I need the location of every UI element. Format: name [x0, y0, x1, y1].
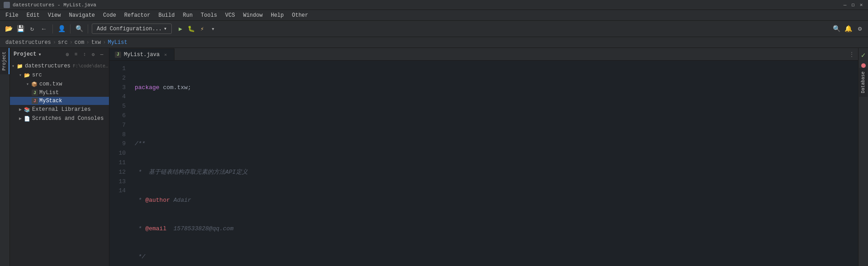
folder-icon-datestructures: 📁	[16, 62, 24, 70]
project-tab[interactable]: Project	[0, 48, 9, 74]
menu-view[interactable]: View	[44, 11, 65, 19]
menu-window[interactable]: Window	[240, 11, 266, 19]
breadcrumb-com[interactable]: com	[75, 39, 85, 46]
toolbar-search-btn[interactable]: 🔍	[74, 24, 84, 34]
tree-item-mystack[interactable]: J MyStack	[10, 97, 109, 105]
menu-navigate[interactable]: Navigate	[65, 11, 99, 19]
menu-build[interactable]: Build	[155, 11, 178, 19]
code-content[interactable]: package com.txw; /** * 基于链表结构存取元素的方法API定…	[131, 61, 858, 266]
sidebar-header-icons: ⊙ ≡ ↕ ⚙ —	[64, 51, 105, 58]
sidebar-hide-btn[interactable]: —	[98, 51, 105, 58]
tree-label-mylist: MyList	[39, 90, 109, 96]
tab-close-mylist[interactable]: ✕	[162, 52, 169, 58]
tree-item-scratches[interactable]: ▶ 📄 Scratches and Consoles	[10, 114, 109, 123]
tree-arrow-scratches: ▶	[17, 115, 24, 122]
java-icon-mylist: J	[32, 90, 38, 96]
tree-label-datestructures: datestructures	[25, 63, 71, 69]
breadcrumb-sep-4: ›	[103, 39, 106, 46]
notifications-icon[interactable]: 🔔	[844, 24, 853, 33]
run-with-coverage-btn[interactable]: ⚡	[197, 24, 207, 34]
database-tab[interactable]: Database	[859, 68, 868, 97]
menu-file[interactable]: File	[2, 11, 22, 19]
menu-vcs[interactable]: VCS	[222, 11, 239, 19]
tree-item-mylist[interactable]: J MyList	[10, 89, 109, 97]
add-configuration-button[interactable]: Add Configuration... ▾	[92, 24, 172, 34]
tree-arrow-comtxw: ▾	[24, 81, 31, 87]
search-everywhere-icon[interactable]: 🔍	[832, 24, 841, 33]
tree-arrow-libs: ▶	[17, 106, 24, 113]
line-numbers: 1 2 3 4 5 6 7 8 9 10 11 12 13 14	[109, 61, 131, 266]
breadcrumb-txw[interactable]: txw	[91, 39, 101, 46]
toolbar-sep-1	[52, 24, 53, 33]
code-line-1: package com.txw;	[135, 83, 858, 93]
line-num-9: 9	[109, 139, 126, 149]
maximize-button[interactable]: ◻	[850, 2, 856, 8]
sidebar-dropdown-icon[interactable]: ▾	[38, 51, 41, 58]
breadcrumb-root[interactable]: datestructures	[5, 39, 51, 46]
code-line-6: * @email 1578533828@qq.com	[135, 224, 858, 234]
toolbar-sync-btn[interactable]: ↻	[27, 24, 37, 34]
tree-label-comtxw: com.txw	[39, 81, 109, 87]
breadcrumb-mylist[interactable]: MyList	[108, 39, 127, 46]
sidebar-title-text: Project	[14, 51, 36, 57]
run-button[interactable]: ▶	[175, 24, 185, 34]
settings-icon[interactable]: ⚙	[855, 24, 864, 33]
menu-help[interactable]: Help	[267, 11, 288, 19]
sidebar-sort-btn[interactable]: ↕	[81, 51, 88, 58]
line-num-7: 7	[109, 121, 126, 130]
menu-tools[interactable]: Tools	[197, 11, 221, 19]
menu-run[interactable]: Run	[179, 11, 196, 19]
tree-arrow-src: ▾	[17, 72, 24, 78]
line-num-3: 3	[109, 83, 126, 93]
tree-item-comtxw[interactable]: ▾ 📦 com.txw	[10, 80, 109, 89]
title-bar-left: datestructures - MyList.java	[4, 2, 96, 8]
editor-tab-mylist[interactable]: J MyList.java ✕	[109, 48, 175, 60]
code-editor[interactable]: 1 2 3 4 5 6 7 8 9 10 11 12 13 14 package…	[109, 61, 858, 266]
tab-java-icon: J	[115, 52, 121, 58]
toolbar-open-btn[interactable]: 📂	[4, 24, 14, 34]
menu-code[interactable]: Code	[99, 11, 120, 19]
tree-label-libs: External Libraries	[32, 106, 109, 113]
breadcrumb-sep-1: ›	[53, 39, 56, 46]
scratches-icon: 📄	[24, 115, 31, 122]
line-num-14: 14	[109, 186, 126, 196]
tree-path-datestructures: F:\code\datestructures	[73, 64, 109, 69]
debug-button[interactable]: 🐛	[186, 24, 196, 34]
title-text: datestructures - MyList.java	[13, 2, 96, 8]
sidebar-collapse-btn[interactable]: ≡	[72, 51, 80, 58]
folder-icon-src: 📂	[24, 71, 31, 79]
database-panel-tab: ✓ Database	[858, 48, 868, 266]
toolbar-vcs-btn[interactable]: 👤	[57, 24, 66, 34]
project-sidebar: Project ▾ ⊙ ≡ ↕ ⚙ — ▾ 📁 datestructures F…	[10, 48, 109, 266]
run-dropdown-btn[interactable]: ▾	[208, 24, 218, 34]
tab-label-mylist: MyList.java	[124, 52, 160, 58]
sidebar-settings-btn[interactable]: ⚙	[90, 51, 97, 58]
java-icon-mystack: J	[32, 98, 38, 104]
close-button[interactable]: ✕	[858, 2, 864, 8]
editor-tabs: J MyList.java ✕ ⋮	[109, 48, 858, 61]
tree-item-datestructures[interactable]: ▾ 📁 datestructures F:\code\datestructure…	[10, 62, 109, 71]
toolbar-save-btn[interactable]: 💾	[15, 24, 25, 34]
menu-edit[interactable]: Edit	[23, 11, 43, 19]
toolbar-back-btn[interactable]: ←	[39, 24, 49, 34]
editor-area: J MyList.java ✕ ⋮ 1 2 3 4 5 6 7 8 9 10 1…	[109, 48, 858, 266]
code-line-7: */	[135, 252, 858, 262]
code-line-3: /**	[135, 139, 858, 149]
menu-refactor[interactable]: Refactor	[121, 11, 154, 19]
checkmark-icon: ✓	[861, 51, 866, 60]
minimize-button[interactable]: —	[842, 2, 848, 8]
line-num-1: 1	[109, 64, 126, 74]
tree-item-external-libs[interactable]: ▶ 📚 External Libraries	[10, 105, 109, 114]
sidebar-locate-btn[interactable]: ⊙	[64, 51, 71, 58]
breadcrumb-sep-2: ›	[70, 39, 73, 46]
breadcrumb-src[interactable]: src	[58, 39, 68, 46]
menu-other[interactable]: Other	[288, 11, 312, 19]
line-num-6: 6	[109, 111, 126, 121]
tree-item-src[interactable]: ▾ 📂 src	[10, 71, 109, 80]
code-line-4: * 基于链表结构存取元素的方法API定义	[135, 168, 858, 177]
add-config-dropdown-icon: ▾	[164, 25, 167, 32]
tree-label-src: src	[32, 72, 109, 78]
app-icon	[4, 2, 10, 8]
breadcrumb-sep-3: ›	[86, 39, 89, 46]
tab-more-button[interactable]: ⋮	[845, 48, 858, 60]
